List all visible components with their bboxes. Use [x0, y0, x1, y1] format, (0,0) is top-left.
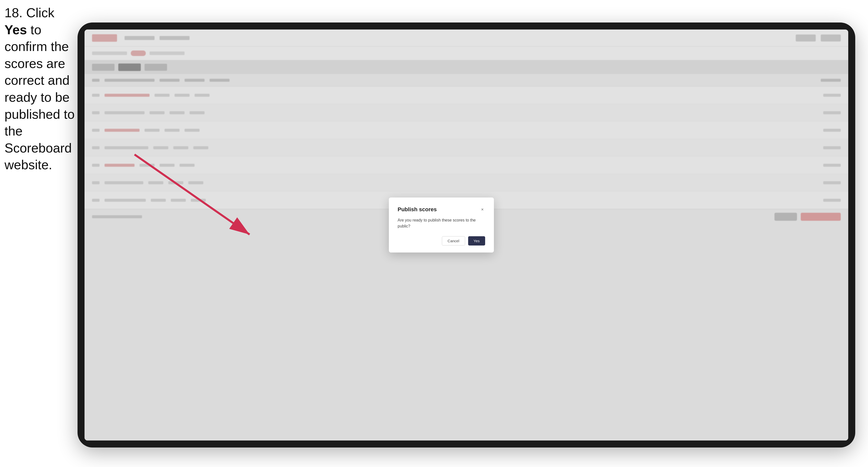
modal-footer: Cancel Yes [398, 236, 485, 246]
modal-body-text: Are you ready to publish these scores to… [398, 217, 485, 229]
tablet-device: Publish scores × Are you ready to publis… [78, 23, 855, 447]
instruction-body: Click Yes to confirm the scores are corr… [4, 5, 74, 172]
instruction-text: 18. Click Yes to confirm the scores are … [4, 4, 77, 174]
bold-yes: Yes [4, 23, 27, 37]
modal-close-button[interactable]: × [479, 207, 485, 212]
modal-overlay: Publish scores × Are you ready to publis… [85, 30, 848, 440]
tablet-screen: Publish scores × Are you ready to publis… [85, 30, 848, 440]
modal-header: Publish scores × [398, 206, 485, 213]
modal-title: Publish scores [398, 206, 437, 213]
cancel-button[interactable]: Cancel [442, 236, 465, 246]
publish-scores-modal: Publish scores × Are you ready to publis… [389, 197, 494, 252]
yes-button[interactable]: Yes [468, 236, 485, 246]
step-number: 18. [4, 5, 23, 20]
